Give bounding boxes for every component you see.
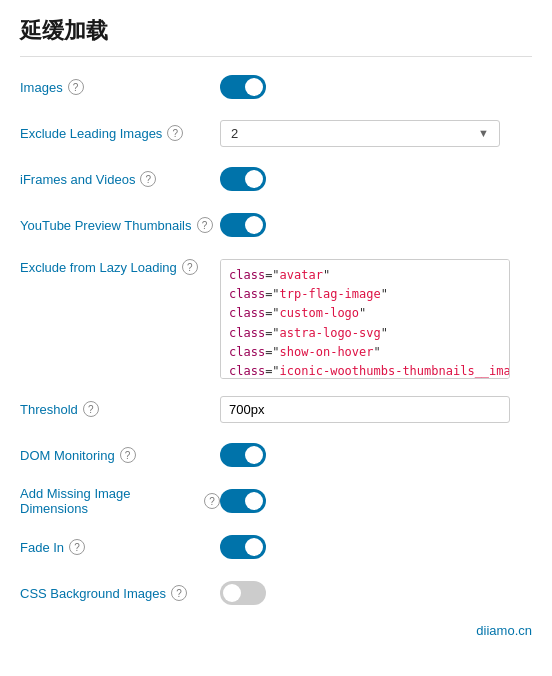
control-col-iframes-videos bbox=[220, 167, 532, 191]
label-images: Images bbox=[20, 80, 63, 95]
toggle-images[interactable] bbox=[220, 75, 266, 99]
help-icon-iframes-videos[interactable]: ? bbox=[140, 171, 156, 187]
code-line: class="trp-flag-image" bbox=[229, 285, 501, 304]
attr-eq: =" bbox=[265, 326, 279, 340]
help-icon-exclude-leading-images[interactable]: ? bbox=[167, 125, 183, 141]
control-col-fade-in bbox=[220, 535, 532, 559]
dropdown-arrow-exclude-leading-images: ▼ bbox=[478, 127, 489, 139]
row-iframes-videos: iFrames and Videos? bbox=[20, 163, 532, 195]
attr-val: custom-logo bbox=[280, 306, 359, 320]
label-col-add-missing-dimensions: Add Missing Image Dimensions? bbox=[20, 486, 220, 516]
label-iframes-videos: iFrames and Videos bbox=[20, 172, 135, 187]
attr-name: class bbox=[229, 345, 265, 359]
dropdown-value-exclude-leading-images: 2 bbox=[231, 126, 238, 141]
attr-name: class bbox=[229, 268, 265, 282]
help-icon-youtube-thumbnails[interactable]: ? bbox=[197, 217, 213, 233]
help-icon-dom-monitoring[interactable]: ? bbox=[120, 447, 136, 463]
label-col-dom-monitoring: DOM Monitoring? bbox=[20, 447, 220, 463]
row-youtube-thumbnails: YouTube Preview Thumbnails? bbox=[20, 209, 532, 241]
attr-val: astra-logo-svg bbox=[280, 326, 381, 340]
label-col-exclude-leading-images: Exclude Leading Images? bbox=[20, 125, 220, 141]
attr-name: class bbox=[229, 326, 265, 340]
label-col-iframes-videos: iFrames and Videos? bbox=[20, 171, 220, 187]
control-col-dom-monitoring bbox=[220, 443, 532, 467]
attr-eq: =" bbox=[265, 287, 279, 301]
control-col-youtube-thumbnails bbox=[220, 213, 532, 237]
attr-name: class bbox=[229, 364, 265, 378]
toggle-css-background[interactable] bbox=[220, 581, 266, 605]
dropdown-exclude-leading-images[interactable]: 2▼ bbox=[220, 120, 500, 147]
row-css-background: CSS Background Images? bbox=[20, 577, 532, 609]
label-youtube-thumbnails: YouTube Preview Thumbnails bbox=[20, 218, 192, 233]
attr-closing: " bbox=[381, 287, 388, 301]
toggle-slider-dom-monitoring bbox=[220, 443, 266, 467]
toggle-iframes-videos[interactable] bbox=[220, 167, 266, 191]
row-exclude-lazy-loading: Exclude from Lazy Loading?class="avatar"… bbox=[20, 255, 532, 379]
section-divider bbox=[20, 56, 532, 57]
attr-val: trp-flag-image bbox=[280, 287, 381, 301]
toggle-slider-add-missing-dimensions bbox=[220, 489, 266, 513]
page-title: 延缓加载 bbox=[20, 16, 532, 46]
attr-eq: =" bbox=[265, 345, 279, 359]
toggle-fade-in[interactable] bbox=[220, 535, 266, 559]
control-col-exclude-lazy-loading: class="avatar"class="trp-flag-image"clas… bbox=[220, 259, 532, 379]
label-fade-in: Fade In bbox=[20, 540, 64, 555]
watermark: diiamo.cn bbox=[20, 623, 532, 638]
toggle-slider-images bbox=[220, 75, 266, 99]
help-icon-add-missing-dimensions[interactable]: ? bbox=[204, 493, 220, 509]
label-dom-monitoring: DOM Monitoring bbox=[20, 448, 115, 463]
control-col-add-missing-dimensions bbox=[220, 489, 532, 513]
code-line: class="show-on-hover" bbox=[229, 343, 501, 362]
row-images: Images? bbox=[20, 71, 532, 103]
help-icon-fade-in[interactable]: ? bbox=[69, 539, 85, 555]
label-exclude-lazy-loading: Exclude from Lazy Loading bbox=[20, 260, 177, 275]
attr-eq: =" bbox=[265, 364, 279, 378]
settings-form: Images?Exclude Leading Images?2▼iFrames … bbox=[20, 71, 532, 609]
row-fade-in: Fade In? bbox=[20, 531, 532, 563]
toggle-slider-css-background bbox=[220, 581, 266, 605]
row-add-missing-dimensions: Add Missing Image Dimensions? bbox=[20, 485, 532, 517]
toggle-youtube-thumbnails[interactable] bbox=[220, 213, 266, 237]
codebox-exclude-lazy-loading[interactable]: class="avatar"class="trp-flag-image"clas… bbox=[220, 259, 510, 379]
toggle-add-missing-dimensions[interactable] bbox=[220, 489, 266, 513]
toggle-slider-iframes-videos bbox=[220, 167, 266, 191]
label-col-youtube-thumbnails: YouTube Preview Thumbnails? bbox=[20, 217, 220, 233]
label-col-exclude-lazy-loading: Exclude from Lazy Loading? bbox=[20, 259, 220, 275]
label-col-threshold: Threshold? bbox=[20, 401, 220, 417]
help-icon-threshold[interactable]: ? bbox=[83, 401, 99, 417]
control-col-threshold bbox=[220, 396, 532, 423]
code-line: class="custom-logo" bbox=[229, 304, 501, 323]
attr-val: avatar bbox=[280, 268, 323, 282]
toggle-slider-youtube-thumbnails bbox=[220, 213, 266, 237]
control-col-exclude-leading-images: 2▼ bbox=[220, 120, 532, 147]
label-col-fade-in: Fade In? bbox=[20, 539, 220, 555]
label-threshold: Threshold bbox=[20, 402, 78, 417]
row-dom-monitoring: DOM Monitoring? bbox=[20, 439, 532, 471]
attr-val: show-on-hover bbox=[280, 345, 374, 359]
code-line: class="astra-logo-svg" bbox=[229, 324, 501, 343]
toggle-dom-monitoring[interactable] bbox=[220, 443, 266, 467]
help-icon-images[interactable]: ? bbox=[68, 79, 84, 95]
label-col-css-background: CSS Background Images? bbox=[20, 585, 220, 601]
attr-closing: " bbox=[381, 326, 388, 340]
attr-name: class bbox=[229, 306, 265, 320]
attr-closing: " bbox=[359, 306, 366, 320]
attr-val: iconic-woothumbs-thumbnails__image bbox=[280, 364, 510, 378]
text-input-threshold[interactable] bbox=[220, 396, 510, 423]
label-css-background: CSS Background Images bbox=[20, 586, 166, 601]
control-col-css-background bbox=[220, 581, 532, 605]
help-icon-exclude-lazy-loading[interactable]: ? bbox=[182, 259, 198, 275]
code-line: class="iconic-woothumbs-thumbnails__imag… bbox=[229, 362, 501, 379]
attr-eq: =" bbox=[265, 306, 279, 320]
row-threshold: Threshold? bbox=[20, 393, 532, 425]
row-exclude-leading-images: Exclude Leading Images?2▼ bbox=[20, 117, 532, 149]
attr-closing: " bbox=[323, 268, 330, 282]
attr-name: class bbox=[229, 287, 265, 301]
attr-eq: =" bbox=[265, 268, 279, 282]
attr-closing: " bbox=[374, 345, 381, 359]
label-exclude-leading-images: Exclude Leading Images bbox=[20, 126, 162, 141]
label-col-images: Images? bbox=[20, 79, 220, 95]
control-col-images bbox=[220, 75, 532, 99]
toggle-slider-fade-in bbox=[220, 535, 266, 559]
help-icon-css-background[interactable]: ? bbox=[171, 585, 187, 601]
